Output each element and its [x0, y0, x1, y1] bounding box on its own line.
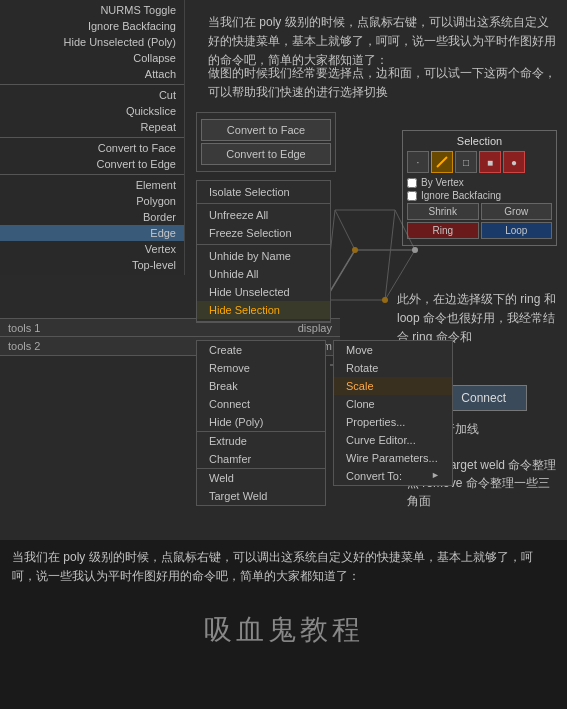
- menu-hide-poly[interactable]: Hide (Poly): [197, 413, 325, 431]
- watermark: 吸血鬼教程: [204, 611, 364, 649]
- loop-btn[interactable]: Loop: [481, 222, 553, 239]
- menu-isolate[interactable]: Isolate Selection: [197, 183, 330, 201]
- menu-hide-unselected[interactable]: Hide Unselected: [197, 283, 330, 301]
- svg-marker-2: [335, 210, 415, 250]
- toolbar-polygon[interactable]: Polygon: [0, 193, 184, 209]
- polygon-icon-sel[interactable]: ■: [479, 151, 501, 173]
- transform-submenu: Move Rotate Scale Clone Properties... Cu…: [333, 340, 453, 486]
- menu-unhide-name[interactable]: Unhide by Name: [197, 247, 330, 265]
- menu-chamfer[interactable]: Chamfer: [197, 450, 325, 468]
- connect-button[interactable]: Connect: [440, 385, 527, 411]
- toolbar-border[interactable]: Border: [0, 209, 184, 225]
- toolbar-repeat[interactable]: Repeat: [0, 119, 184, 135]
- convert-to-face-btn[interactable]: Convert to Face: [201, 119, 331, 141]
- svg-line-0: [437, 157, 447, 167]
- by-vertex-checkbox[interactable]: [407, 178, 417, 188]
- toolbar-convert-edge[interactable]: Convert to Edge: [0, 156, 184, 172]
- edge-icon-sel[interactable]: [431, 151, 453, 173]
- annotation-text-2-area: 做图的时候我们经常要选择点，边和面，可以试一下这两个命令，可以帮助我们快速的进行…: [200, 60, 567, 106]
- menu-extrude[interactable]: Extrude: [197, 432, 325, 450]
- menu-rotate[interactable]: Rotate: [334, 359, 452, 377]
- menu-clone[interactable]: Clone: [334, 395, 452, 413]
- toolbar-hide-unselected[interactable]: Hide Unselected (Poly): [0, 34, 184, 50]
- toolbar-collapse[interactable]: Collapse: [0, 50, 184, 66]
- svg-point-8: [352, 247, 358, 253]
- border-icon-sel[interactable]: □: [455, 151, 477, 173]
- menu-weld[interactable]: Weld: [197, 469, 325, 487]
- menu-break[interactable]: Break: [197, 377, 325, 395]
- annotation-text-2: 做图的时候我们经常要选择点，边和面，可以试一下这两个命令，可以帮助我们快速的进行…: [208, 64, 559, 102]
- menu-curve-editor[interactable]: Curve Editor...: [334, 431, 452, 449]
- ignore-backfacing-label: Ignore Backfacing: [421, 190, 501, 201]
- grow-btn[interactable]: Grow: [481, 203, 553, 220]
- selection-icon-row: · □ ■ ●: [407, 151, 552, 173]
- ring-loop-text: 此外，在边选择级下的 ring 和 loop 命令也很好用，我经常结合 ring…: [397, 290, 557, 348]
- left-toolbar: NURMS Toggle Ignore Backfacing Hide Unse…: [0, 0, 185, 275]
- toolbar-cut[interactable]: Cut: [0, 87, 184, 103]
- ignore-backfacing-checkbox[interactable]: [407, 191, 417, 201]
- menu-target-weld[interactable]: Target Weld: [197, 487, 325, 505]
- ring-loop-row: Ring Loop: [407, 222, 552, 239]
- toolbar-nurms[interactable]: NURMS Toggle: [0, 2, 184, 18]
- toolbar-ignore-backfacing[interactable]: Ignore Backfacing: [0, 18, 184, 34]
- tools2-label: tools 2: [0, 340, 48, 352]
- tools1-label: tools 1: [0, 322, 48, 334]
- menu-unhide-all[interactable]: Unhide All: [197, 265, 330, 283]
- menu-unfreeze[interactable]: Unfreeze All: [197, 206, 330, 224]
- divider3: [0, 174, 184, 175]
- vertex-icon[interactable]: ·: [407, 151, 429, 173]
- toolbar-vertex[interactable]: Vertex: [0, 241, 184, 257]
- convert-to-edge-btn[interactable]: Convert to Edge: [201, 143, 331, 165]
- toolbar-element[interactable]: Element: [0, 177, 184, 193]
- context-menu: Isolate Selection Unfreeze All Freeze Se…: [196, 180, 331, 323]
- shrink-grow-row: Shrink Grow: [407, 203, 552, 220]
- menu-move[interactable]: Move: [334, 341, 452, 359]
- svg-point-7: [382, 297, 388, 303]
- ring-loop-annotation: 此外，在边选择级下的 ring 和 loop 命令也很好用，我经常结合 ring…: [397, 290, 557, 348]
- menu-properties[interactable]: Properties...: [334, 413, 452, 431]
- convert-panel: Convert to Face Convert to Edge: [196, 112, 336, 172]
- text-body-1: 当我们在 poly 级别的时候，点鼠标右键，可以调出这系统自定义好的快捷菜单，基…: [12, 548, 555, 586]
- ignore-backfacing-row: Ignore Backfacing: [407, 190, 552, 201]
- menu-connect[interactable]: Connect: [197, 395, 325, 413]
- divider2: [0, 137, 184, 138]
- menu-scale[interactable]: Scale: [334, 377, 452, 395]
- element-icon-sel[interactable]: ●: [503, 151, 525, 173]
- by-vertex-label: By Vertex: [421, 177, 464, 188]
- selection-title: Selection: [407, 135, 552, 147]
- selection-panel: Selection · □ ■ ● By Vertex Ignore Backf…: [402, 130, 557, 246]
- menu-freeze[interactable]: Freeze Selection: [197, 224, 330, 242]
- toolbar-attach[interactable]: Attach: [0, 66, 184, 82]
- by-vertex-row: By Vertex: [407, 177, 552, 188]
- menu-hide-selection[interactable]: Hide Selection: [197, 301, 330, 319]
- svg-point-9: [412, 247, 418, 253]
- text-content: 当我们在 poly 级别的时候，点鼠标右键，可以调出这系统自定义好的快捷菜单，基…: [0, 540, 567, 594]
- toolbar-quickslice[interactable]: Quickslice: [0, 103, 184, 119]
- toolbar-convert-face[interactable]: Convert to Face: [0, 140, 184, 156]
- menu-create[interactable]: Create: [197, 341, 325, 359]
- toolbar-top-level[interactable]: Top-level: [0, 257, 184, 273]
- menu-wire-params[interactable]: Wire Parameters...: [334, 449, 452, 467]
- toolbar-edge[interactable]: Edge: [0, 225, 184, 241]
- menu-convert-to[interactable]: Convert To:: [334, 467, 452, 485]
- transform-menu: Create Remove Break Connect Hide (Poly) …: [196, 340, 326, 506]
- menu-remove[interactable]: Remove: [197, 359, 325, 377]
- divider1: [0, 84, 184, 85]
